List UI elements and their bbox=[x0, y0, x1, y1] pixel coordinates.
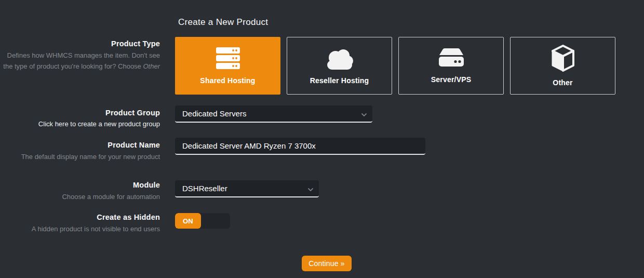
product-type-card-server-vps[interactable]: Server/VPS bbox=[398, 37, 504, 95]
product-type-description-em: Other bbox=[143, 62, 160, 70]
create-as-hidden-label-block: Create as Hidden A hidden product is not… bbox=[0, 213, 160, 234]
create-as-hidden-label: Create as Hidden bbox=[0, 213, 160, 221]
cube-icon bbox=[551, 45, 575, 72]
module-label-block: Module Choose a module for automation bbox=[0, 181, 160, 202]
chevron-down-icon bbox=[307, 186, 314, 194]
server-stack-icon bbox=[216, 47, 240, 70]
product-type-label: Product Type bbox=[0, 39, 160, 48]
chevron-down-icon bbox=[361, 111, 367, 120]
product-type-card-other[interactable]: Other bbox=[510, 37, 615, 95]
product-group-label: Product Group bbox=[0, 109, 160, 117]
product-group-label-block: Product Group Click here to create a new… bbox=[0, 109, 160, 129]
product-type-card-shared-hosting[interactable]: Shared Hosting bbox=[175, 37, 280, 95]
module-select-value: DSHReseller bbox=[182, 184, 227, 193]
product-name-description: The default display name for your new pr… bbox=[0, 151, 160, 162]
product-type-card-label: Reseller Hosting bbox=[310, 76, 369, 85]
product-type-description: Defines how WHMCS manages the item. Don'… bbox=[0, 50, 160, 72]
product-type-cards: Shared Hosting Reseller Hosting bbox=[175, 37, 615, 95]
product-type-card-reseller-hosting[interactable]: Reseller Hosting bbox=[287, 37, 392, 95]
product-type-card-label: Shared Hosting bbox=[200, 76, 255, 85]
product-name-label-block: Product Name The default display name fo… bbox=[0, 141, 160, 162]
create-as-hidden-description: A hidden product is not visible to end u… bbox=[0, 223, 160, 234]
module-select[interactable]: DSHReseller bbox=[175, 180, 319, 197]
product-type-description-text: Defines how WHMCS manages the item. Don'… bbox=[3, 51, 160, 70]
continue-button[interactable]: Continue » bbox=[302, 256, 352, 271]
product-group-select-value: Dedicated Servers bbox=[182, 109, 246, 118]
product-name-label: Product Name bbox=[0, 141, 160, 149]
product-type-card-label: Server/VPS bbox=[431, 75, 472, 84]
product-type-label-block: Product Type Defines how WHMCS manages t… bbox=[0, 39, 160, 72]
server-vps-icon bbox=[437, 48, 466, 69]
product-type-card-label: Other bbox=[553, 78, 572, 87]
create-product-page: Create a New Product Product Type Define… bbox=[0, 0, 644, 278]
create-product-group-link[interactable]: Click here to create a new product group bbox=[38, 118, 160, 129]
product-group-select[interactable]: Dedicated Servers bbox=[175, 105, 372, 123]
module-label: Module bbox=[0, 181, 160, 189]
page-title: Create a New Product bbox=[178, 17, 268, 28]
module-description: Choose a module for automation bbox=[0, 191, 160, 202]
cloud-icon bbox=[323, 47, 356, 70]
product-name-input[interactable] bbox=[175, 138, 425, 155]
create-as-hidden-toggle[interactable]: ON bbox=[175, 213, 230, 229]
toggle-on-segment: ON bbox=[175, 213, 201, 229]
